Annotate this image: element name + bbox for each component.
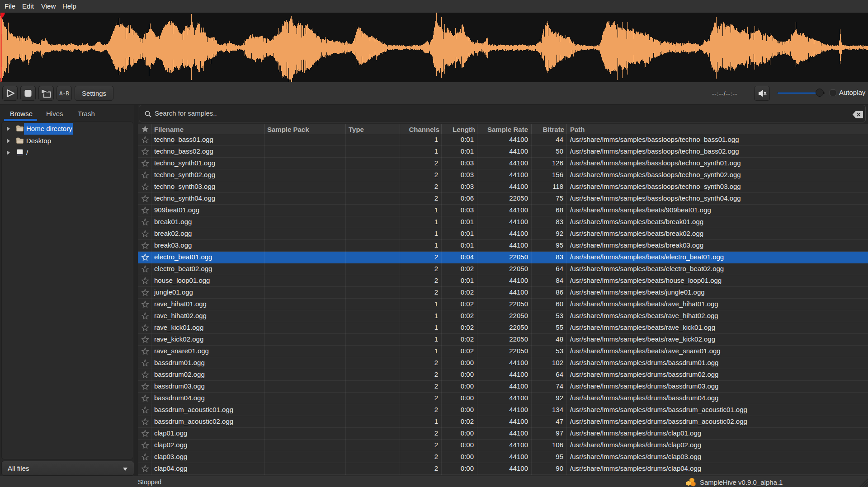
svg-text:A-B: A-B bbox=[59, 91, 69, 97]
